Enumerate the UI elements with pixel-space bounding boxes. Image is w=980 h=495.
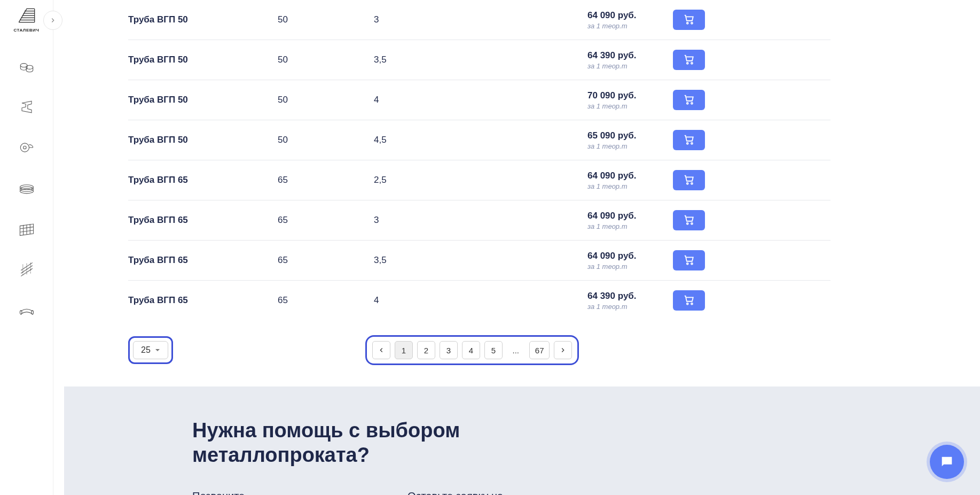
add-to-cart-button[interactable]	[673, 170, 705, 190]
brand-logo[interactable]: СТАЛЕВИЧ	[8, 5, 45, 33]
pipes-icon[interactable]	[12, 51, 42, 81]
page-67[interactable]: 67	[529, 341, 550, 359]
per-page-value: 25	[141, 346, 151, 354]
price-unit: за 1 теор.т	[587, 182, 673, 190]
sidebar: СТАЛЕВИЧ	[0, 0, 53, 495]
price-unit: за 1 теор.т	[587, 22, 673, 30]
price-unit: за 1 теор.т	[587, 303, 673, 311]
price-value: 64 090 руб.	[587, 211, 673, 221]
product-name[interactable]: Труба ВГП 65	[128, 175, 278, 185]
page-2[interactable]: 2	[417, 341, 435, 359]
product-thickness: 4,5	[374, 135, 587, 145]
add-to-cart-button[interactable]	[673, 50, 705, 70]
product-name[interactable]: Труба ВГП 50	[128, 135, 278, 145]
table-row: Труба ВГП 5050364 090 руб.за 1 теор.т	[128, 0, 830, 40]
cart-icon	[683, 214, 695, 227]
beam-icon[interactable]	[12, 92, 42, 122]
page-next[interactable]	[554, 341, 572, 359]
table-row: Труба ВГП 6565464 390 руб.за 1 теор.т	[128, 281, 830, 320]
table-row: Труба ВГП 6565364 090 руб.за 1 теор.т	[128, 200, 830, 241]
page-4[interactable]: 4	[462, 341, 480, 359]
product-diameter: 50	[278, 55, 374, 65]
svg-point-12	[691, 62, 693, 64]
price-unit: за 1 теор.т	[587, 222, 673, 230]
product-thickness: 4	[374, 295, 587, 306]
price-cell: 70 090 руб.за 1 теор.т	[587, 90, 673, 110]
cart-icon	[683, 254, 695, 267]
dropdown-caret-icon	[155, 347, 160, 353]
product-name[interactable]: Труба ВГП 50	[128, 14, 278, 25]
per-page-highlight: 25	[128, 336, 173, 364]
pagination-highlight: 12345...67	[365, 335, 579, 365]
price-value: 64 090 руб.	[587, 171, 673, 181]
product-table: Труба ВГП 5050364 090 руб.за 1 теор.тТру…	[128, 0, 830, 320]
svg-point-20	[691, 222, 693, 224]
svg-point-11	[687, 62, 688, 64]
price-value: 64 090 руб.	[587, 10, 673, 21]
price-value: 64 390 руб.	[587, 291, 673, 301]
product-thickness: 3,5	[374, 55, 587, 65]
price-unit: за 1 теор.т	[587, 262, 673, 270]
product-name[interactable]: Труба ВГП 65	[128, 215, 278, 226]
svg-point-26	[947, 460, 948, 461]
page-3[interactable]: 3	[440, 341, 458, 359]
table-row: Труба ВГП 50503,564 390 руб.за 1 теор.т	[128, 40, 830, 80]
svg-point-18	[691, 182, 693, 184]
fittings-icon[interactable]	[12, 295, 42, 325]
page-5[interactable]: 5	[484, 341, 503, 359]
product-name[interactable]: Труба ВГП 65	[128, 295, 278, 306]
price-value: 65 090 руб.	[587, 130, 673, 141]
mesh-icon[interactable]	[12, 214, 42, 244]
price-unit: за 1 теор.т	[587, 142, 673, 150]
add-to-cart-button[interactable]	[673, 130, 705, 150]
add-to-cart-button[interactable]	[673, 210, 705, 230]
price-cell: 64 090 руб.за 1 теор.т	[587, 10, 673, 30]
table-row: Труба ВГП 50504,565 090 руб.за 1 теор.т	[128, 120, 830, 160]
add-to-cart-button[interactable]	[673, 10, 705, 30]
svg-point-15	[687, 142, 688, 144]
coil-icon[interactable]	[12, 133, 42, 163]
cart-icon	[683, 94, 695, 107]
chat-icon	[939, 454, 954, 469]
product-diameter: 50	[278, 135, 374, 145]
help-section: Нужна помощь с выбором металлопроката? П…	[64, 386, 980, 495]
add-to-cart-button[interactable]	[673, 90, 705, 110]
product-name[interactable]: Труба ВГП 50	[128, 95, 278, 105]
page-prev[interactable]	[372, 341, 390, 359]
help-title: Нужна помощь с выбором металлопроката?	[192, 419, 513, 467]
per-page-select[interactable]: 25	[133, 341, 168, 359]
add-to-cart-button[interactable]	[673, 250, 705, 270]
expand-sidebar-button[interactable]	[43, 11, 62, 30]
product-thickness: 3,5	[374, 255, 587, 266]
product-diameter: 50	[278, 14, 374, 25]
svg-point-25	[944, 460, 946, 461]
price-value: 64 090 руб.	[587, 251, 673, 261]
page-1[interactable]: 1	[395, 341, 413, 359]
cart-icon	[683, 134, 695, 147]
price-value: 70 090 руб.	[587, 90, 673, 101]
product-thickness: 4	[374, 95, 587, 105]
product-name[interactable]: Труба ВГП 50	[128, 55, 278, 65]
price-unit: за 1 теор.т	[587, 62, 673, 70]
price-value: 64 390 руб.	[587, 50, 673, 61]
chat-button[interactable]	[930, 445, 964, 479]
svg-point-9	[687, 22, 688, 24]
rebar-icon[interactable]	[12, 254, 42, 284]
product-name[interactable]: Труба ВГП 65	[128, 255, 278, 266]
product-thickness: 2,5	[374, 175, 587, 185]
product-thickness: 3	[374, 14, 587, 25]
product-diameter: 65	[278, 215, 374, 226]
call-block: Позвоните +7 (3412) 123-21-32	[192, 489, 290, 495]
svg-point-14	[691, 102, 693, 104]
page-ellipsis: ...	[507, 341, 525, 359]
svg-point-27	[949, 460, 951, 461]
cart-icon	[683, 53, 695, 67]
add-to-cart-button[interactable]	[673, 290, 705, 311]
svg-point-24	[691, 303, 693, 304]
table-row: Труба ВГП 65652,564 090 руб.за 1 теор.т	[128, 160, 830, 200]
wire-ring-icon[interactable]	[12, 173, 42, 203]
svg-point-16	[691, 142, 693, 144]
svg-point-10	[691, 22, 693, 24]
price-cell: 64 090 руб.за 1 теор.т	[587, 171, 673, 190]
price-cell: 64 390 руб.за 1 теор.т	[587, 50, 673, 70]
